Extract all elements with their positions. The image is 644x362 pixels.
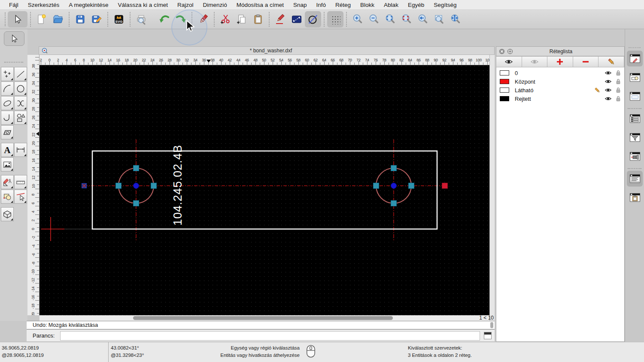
tool-3d[interactable]	[1, 207, 14, 221]
layer-visibility-icon[interactable]	[605, 87, 612, 93]
zoom-auto-button[interactable]	[382, 11, 398, 27]
tool-polyline[interactable]	[1, 111, 14, 125]
menu-item[interactable]: Rajzol	[173, 0, 198, 10]
layer-visibility-icon[interactable]	[605, 70, 612, 75]
show-all-layers-button[interactable]	[496, 56, 522, 67]
pan-button[interactable]	[447, 11, 464, 27]
new-file-button[interactable]	[33, 11, 50, 27]
order-button[interactable]	[289, 11, 305, 27]
tool-block[interactable]	[1, 190, 14, 204]
menu-item[interactable]: Dimenzió	[198, 0, 231, 10]
layer-row[interactable]: Látható	[496, 86, 624, 94]
main-toolbar: SVG	[0, 10, 644, 29]
vertical-scrollbar[interactable]	[489, 55, 495, 321]
tool-text[interactable]: A	[1, 143, 14, 157]
grid-toggle-button[interactable]	[327, 11, 343, 27]
open-file-button[interactable]	[50, 11, 66, 27]
document-title-bar[interactable]: * bond_washer.dxf	[39, 46, 495, 55]
drawing-canvas[interactable]: 104.245.02.4B	[39, 65, 489, 315]
layer-visibility-icon[interactable]	[605, 79, 612, 84]
hide-all-layers-button[interactable]	[522, 56, 548, 67]
svg-export-button[interactable]: SVG	[111, 11, 127, 27]
menu-item[interactable]: Szerkesztés	[23, 0, 64, 10]
menu-item[interactable]: Ablak	[379, 0, 403, 10]
layer-lock-icon[interactable]	[616, 87, 621, 93]
tool-modify[interactable]	[1, 175, 14, 189]
layer-row[interactable]: Központ	[496, 77, 624, 86]
keyboard-icon[interactable]	[484, 332, 492, 339]
pen-palette-dock-button[interactable]	[627, 148, 643, 164]
current-layer-pencil-icon	[594, 87, 601, 94]
zoom-previous-button[interactable]	[415, 11, 431, 27]
divide-button[interactable]	[305, 11, 321, 27]
layer-lock-icon[interactable]	[616, 70, 621, 76]
tool-polygon[interactable]	[14, 111, 27, 125]
tool-select-entity[interactable]	[14, 190, 27, 204]
menu-item[interactable]: Válassza ki a címet	[113, 0, 173, 10]
command-line-dock-button[interactable]	[627, 171, 643, 187]
close-icon[interactable]	[499, 48, 505, 54]
undock-icon[interactable]	[507, 48, 513, 54]
edit-layer-button[interactable]	[598, 56, 624, 67]
copy-button[interactable]	[234, 11, 250, 27]
centerline-start-handle[interactable]	[82, 184, 87, 188]
tool-line[interactable]	[14, 67, 27, 81]
menu-item[interactable]: Egyéb	[403, 0, 429, 10]
block-list-dock-button[interactable]	[627, 69, 643, 85]
layer-lock-icon[interactable]	[616, 96, 621, 102]
tool-spline[interactable]	[14, 96, 27, 110]
scrollbar-thumb[interactable]	[133, 316, 393, 320]
entity-list-dock-icon	[629, 114, 641, 124]
menu-item[interactable]: Snap	[289, 0, 312, 10]
attributes-button[interactable]	[272, 11, 289, 27]
entity-list-dock-button[interactable]	[627, 111, 643, 127]
layer-lock-icon[interactable]	[616, 78, 621, 84]
zoom-window-button[interactable]	[431, 11, 447, 27]
library-dock-button[interactable]	[627, 88, 643, 104]
annotation-text[interactable]: 104.245.02.4B	[171, 145, 184, 226]
tool-image[interactable]	[1, 157, 14, 172]
tool-hatch[interactable]	[1, 125, 14, 139]
drawing-area[interactable]: 104.245.02.4B	[39, 65, 489, 315]
paste-button[interactable]	[250, 11, 266, 27]
palette-gap	[1, 172, 27, 175]
selection-filter-dock-button[interactable]	[627, 130, 643, 145]
menu-item[interactable]: A megtekintése	[64, 0, 113, 10]
menu-item[interactable]: Infó	[312, 0, 331, 10]
tool-dimension[interactable]	[14, 143, 27, 157]
layer-list-dock-button[interactable]	[627, 51, 643, 66]
zoom-in-button[interactable]	[349, 11, 366, 27]
tool-points[interactable]	[1, 67, 14, 81]
history-scrollbar[interactable]	[490, 322, 493, 328]
undo-button[interactable]	[156, 11, 173, 27]
menu-item[interactable]: Réteg	[331, 0, 355, 10]
tool-ellipse[interactable]	[1, 96, 14, 110]
tool-circle[interactable]	[14, 81, 27, 96]
layer-row[interactable]: Rejtett	[496, 94, 624, 103]
zoom-out-button[interactable]	[366, 11, 382, 27]
select-tool-button[interactable]	[8, 11, 27, 27]
toolbar-separator	[269, 12, 270, 27]
menu-item[interactable]: Fájl	[4, 0, 23, 10]
centerline-end-handle[interactable]	[442, 183, 448, 189]
tool-measure[interactable]	[14, 175, 27, 189]
save-button[interactable]	[72, 11, 88, 27]
clipboard-dock-button[interactable]	[627, 190, 643, 205]
command-input[interactable]	[60, 331, 480, 341]
layer-visibility-icon[interactable]	[605, 96, 612, 101]
remove-layer-button[interactable]	[573, 56, 599, 67]
zoom-selected-button[interactable]	[398, 11, 415, 27]
add-layer-button[interactable]	[547, 56, 573, 67]
menu-item[interactable]: Blokk	[355, 0, 379, 10]
select-tool-button-palette[interactable]	[4, 31, 24, 46]
save-as-button[interactable]	[88, 11, 105, 27]
print-preview-button[interactable]	[133, 11, 149, 27]
cut-button[interactable]	[217, 11, 234, 27]
menu-item[interactable]: Segítség	[429, 0, 461, 10]
left-center-point[interactable]	[134, 183, 139, 189]
tool-arc[interactable]	[1, 81, 14, 96]
right-center-point[interactable]	[391, 183, 397, 189]
layer-row[interactable]: 0	[496, 69, 624, 77]
menu-item[interactable]: Módosítsa a címet	[232, 0, 289, 10]
horizontal-scrollbar[interactable]	[39, 315, 489, 321]
